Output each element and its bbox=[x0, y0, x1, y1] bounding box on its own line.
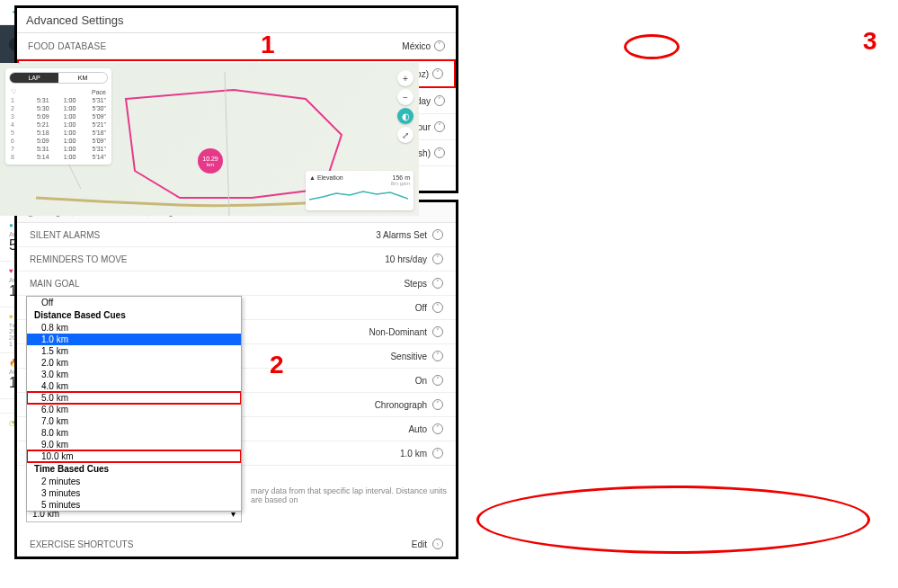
table-row: 65:091:005'09" bbox=[9, 137, 108, 145]
row-label: MAIN GOAL bbox=[30, 279, 80, 289]
table-row: 55:181:005'18" bbox=[9, 129, 108, 137]
row-value: Non-Dominant bbox=[369, 327, 427, 337]
row-value: Auto bbox=[408, 424, 427, 434]
map-distance-pin: 10.29km bbox=[198, 148, 223, 174]
row-value: 10 hrs/day bbox=[385, 254, 427, 264]
chevron-icon: › bbox=[432, 539, 443, 549]
settings-row[interactable]: REMINDERS TO MOVE10 hrs/day˅ bbox=[17, 247, 456, 272]
row-value: México bbox=[402, 41, 431, 51]
tab-lap[interactable]: LAP bbox=[10, 73, 58, 83]
dropdown-option[interactable]: 2 minutes bbox=[27, 476, 241, 487]
annotation-1: 1 bbox=[261, 31, 275, 59]
chevron-icon: ˅ bbox=[432, 423, 443, 434]
chevron-icon: ˅ bbox=[432, 448, 443, 459]
chevron-icon: ˅ bbox=[432, 375, 443, 386]
panel-title: Advanced Settings bbox=[17, 8, 456, 33]
dropdown-option[interactable]: 9.0 km bbox=[27, 439, 241, 450]
tab-km[interactable]: KM bbox=[58, 73, 107, 83]
chevron-icon: ˅ bbox=[432, 351, 443, 361]
dropdown-option[interactable]: 1.0 km bbox=[27, 334, 241, 345]
dropdown-option[interactable]: 3 minutes bbox=[27, 487, 241, 499]
chevron-icon: ˅ bbox=[434, 40, 445, 51]
dropdown-option[interactable]: 8.0 km bbox=[27, 427, 241, 439]
chevron-icon: ˅ bbox=[432, 302, 443, 313]
chevron-icon: ˅ bbox=[434, 147, 445, 158]
map-controls: + − ◐ ⤢ bbox=[397, 70, 413, 143]
row-value: 3 Alarms Set bbox=[376, 230, 427, 240]
col-header: ♡ bbox=[9, 87, 24, 96]
map-layer-button[interactable]: ◐ bbox=[397, 108, 413, 124]
dropdown-option[interactable]: 7.0 km bbox=[27, 415, 241, 427]
table-row: 45:211:005'21" bbox=[9, 120, 108, 129]
zoom-in-button[interactable]: + bbox=[397, 70, 413, 86]
dropdown-option[interactable]: 0.8 km bbox=[27, 322, 241, 334]
annotation-distance-ellipse bbox=[624, 34, 680, 59]
dropdown-option[interactable]: 6.0 km bbox=[27, 404, 241, 415]
settings-row[interactable]: FOOD DATABASEMéxico˅ bbox=[17, 33, 456, 59]
table-row: 35:091:005'09" bbox=[9, 112, 108, 120]
dropdown-option[interactable]: 10 minutes bbox=[27, 511, 241, 512]
lap-table: LAP KM ♡Pace15:311:005'31"25:301:005'30"… bbox=[5, 68, 111, 165]
device-settings-panel: Aug 14, 2017 at 8:28 AM ▮ High Firmware … bbox=[14, 200, 458, 559]
annotation-2: 2 bbox=[270, 351, 284, 379]
chevron-icon: ˅ bbox=[434, 121, 445, 132]
chevron-icon: ˅ bbox=[432, 278, 443, 289]
chevron-icon: ˅ bbox=[432, 326, 443, 337]
zoom-out-button[interactable]: − bbox=[397, 89, 413, 105]
dropdown-option[interactable]: 3.0 km bbox=[27, 369, 241, 380]
dropdown-option[interactable]: 5.0 km bbox=[27, 392, 241, 404]
dropdown-header: Distance Based Cues bbox=[27, 308, 241, 322]
table-row: 25:301:005'30" bbox=[9, 104, 108, 112]
dropdown-option[interactable]: 2.0 km bbox=[27, 357, 241, 369]
dropdown-header: Time Based Cues bbox=[27, 462, 241, 476]
dropdown-option[interactable]: 10.0 km bbox=[27, 450, 241, 462]
chevron-icon: ˅ bbox=[432, 399, 443, 410]
settings-row[interactable]: SILENT ALARMS3 Alarms Set˅ bbox=[17, 223, 456, 247]
row-value: Chronograph bbox=[375, 400, 427, 410]
cues-dropdown[interactable]: Off Distance Based Cues 0.8 km1.0 km1.5 … bbox=[26, 296, 242, 512]
map[interactable]: LAP KM ♡Pace15:311:005'31"25:301:005'30"… bbox=[0, 63, 419, 216]
table-row: 85:141:005'14" bbox=[9, 153, 108, 161]
row-value: Edit bbox=[412, 539, 427, 549]
row-label: FOOD DATABASE bbox=[28, 41, 106, 51]
row-value: Sensitive bbox=[390, 352, 427, 361]
row-value: Steps bbox=[404, 279, 427, 289]
settings-row[interactable]: EXERCISE SHORTCUTS Edit› bbox=[17, 532, 456, 557]
table-row: 75:311:005'31" bbox=[9, 145, 108, 153]
dropdown-option[interactable]: 4.0 km bbox=[27, 380, 241, 392]
row-value: Off bbox=[415, 303, 427, 313]
map-expand-button[interactable]: ⤢ bbox=[397, 127, 413, 143]
chevron-icon: ˅ bbox=[434, 95, 445, 106]
row-label: EXERCISE SHORTCUTS bbox=[30, 539, 133, 549]
elevation-widget: ▲ Elevation156 m 8m gain bbox=[306, 171, 413, 210]
dropdown-option[interactable]: Off bbox=[27, 297, 241, 308]
row-value: On bbox=[415, 376, 427, 386]
chevron-icon: ˅ bbox=[432, 229, 443, 240]
lap-description-text: mary data from that specific lap interva… bbox=[251, 486, 456, 504]
chevron-icon: ˅ bbox=[432, 254, 443, 264]
row-label: REMINDERS TO MOVE bbox=[30, 254, 128, 264]
row-value: 1.0 km bbox=[400, 449, 427, 459]
chevron-icon: ˅ bbox=[432, 68, 443, 79]
table-row: 15:311:005'31" bbox=[9, 96, 108, 104]
settings-row[interactable]: MAIN GOALSteps˅ bbox=[17, 272, 456, 296]
col-header: Pace bbox=[77, 87, 108, 96]
annotation-impact-ellipse bbox=[476, 486, 870, 554]
annotation-3: 3 bbox=[863, 27, 877, 56]
dropdown-option[interactable]: 5 minutes bbox=[27, 499, 241, 511]
dropdown-option[interactable]: 1.5 km bbox=[27, 345, 241, 357]
row-label: SILENT ALARMS bbox=[30, 230, 100, 240]
